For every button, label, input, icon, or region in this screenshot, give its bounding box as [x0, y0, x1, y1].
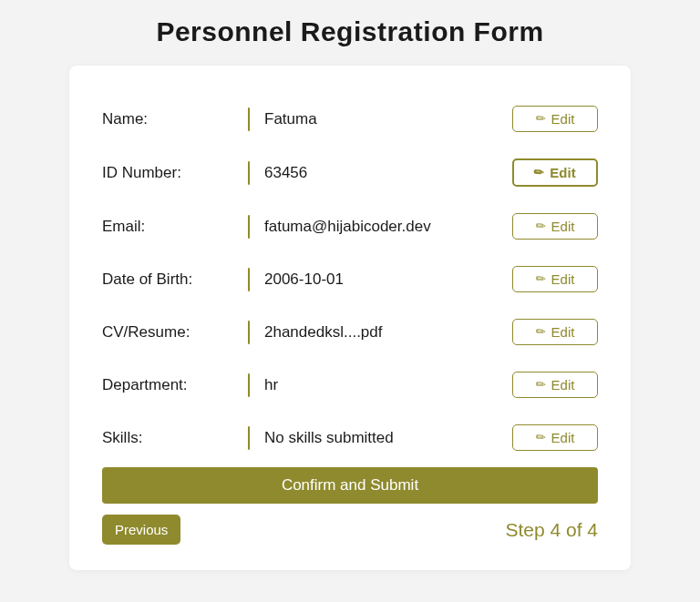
value-email: fatuma@hijabicoder.dev: [264, 218, 512, 236]
pencil-icon: ✎: [532, 376, 549, 393]
value-cv-resume: 2handedksl....pdf: [264, 323, 512, 342]
edit-button-label: Edit: [551, 377, 575, 393]
edit-button-cv-resume[interactable]: ✎Edit: [512, 319, 598, 345]
label-cv-resume: CV/Resume:: [102, 323, 248, 342]
pencil-icon: ✎: [532, 270, 549, 288]
label-skills: Skills:: [102, 429, 248, 447]
value-dob: 2006-10-01: [264, 270, 512, 289]
divider: [248, 268, 250, 291]
summary-row-email: Email:fatuma@hijabicoder.dev✎Edit: [102, 213, 598, 240]
step-indicator: Step 4 of 4: [505, 519, 598, 541]
edit-button-dob[interactable]: ✎Edit: [512, 266, 598, 292]
pencil-icon: ✎: [532, 218, 549, 235]
divider: [248, 107, 250, 131]
pencil-icon: ✎: [532, 429, 549, 446]
pencil-icon: ✎: [531, 164, 548, 181]
divider: [248, 215, 250, 239]
summary-row-id-number: ID Number:63456✎Edit: [102, 158, 598, 187]
edit-button-label: Edit: [550, 165, 575, 180]
divider: [248, 373, 250, 397]
label-id-number: ID Number:: [102, 164, 248, 182]
edit-button-label: Edit: [551, 430, 575, 445]
page-title: Personnel Registration Form: [0, 0, 700, 58]
divider: [248, 321, 250, 344]
edit-button-label: Edit: [551, 324, 575, 340]
summary-row-cv-resume: CV/Resume:2handedksl....pdf✎Edit: [102, 319, 598, 345]
edit-button-name[interactable]: ✎Edit: [512, 106, 598, 132]
label-dob: Date of Birth:: [102, 270, 248, 289]
pencil-icon: ✎: [532, 323, 549, 341]
previous-button[interactable]: Previous: [102, 515, 180, 545]
edit-button-department[interactable]: ✎Edit: [512, 372, 598, 398]
value-skills: No skills submitted: [264, 429, 512, 447]
label-name: Name:: [102, 110, 248, 128]
summary-row-skills: Skills:No skills submitted✎Edit: [102, 424, 598, 451]
edit-button-label: Edit: [551, 271, 575, 287]
divider: [248, 161, 250, 185]
value-department: hr: [264, 376, 512, 394]
edit-button-label: Edit: [551, 219, 575, 234]
edit-button-id-number[interactable]: ✎Edit: [512, 158, 598, 187]
footer-row: Previous Step 4 of 4: [102, 515, 598, 545]
edit-button-email[interactable]: ✎Edit: [512, 213, 598, 240]
summary-row-department: Department:hr✎Edit: [102, 372, 598, 398]
confirm-submit-button[interactable]: Confirm and Submit: [102, 467, 598, 504]
edit-button-label: Edit: [551, 111, 575, 127]
summary-row-name: Name:Fatuma✎Edit: [102, 106, 598, 132]
value-name: Fatuma: [264, 110, 512, 128]
label-department: Department:: [102, 376, 248, 394]
edit-button-skills[interactable]: ✎Edit: [512, 424, 598, 451]
pencil-icon: ✎: [532, 110, 549, 128]
label-email: Email:: [102, 218, 248, 236]
divider: [248, 426, 250, 450]
form-card: Name:Fatuma✎EditID Number:63456✎EditEmai…: [69, 66, 631, 570]
value-id-number: 63456: [264, 164, 512, 182]
summary-row-dob: Date of Birth:2006-10-01✎Edit: [102, 266, 598, 292]
